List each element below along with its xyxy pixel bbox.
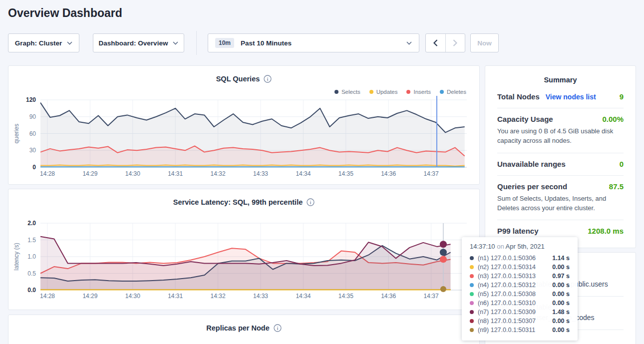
unavailable-ranges-label: Unavailable ranges <box>497 160 566 168</box>
time-range-picker[interactable]: 10m Past 10 Minutes <box>208 33 419 52</box>
svg-text:14:32: 14:32 <box>211 170 226 177</box>
time-nav-group <box>425 33 465 52</box>
sql-queries-title: SQL Queries <box>216 75 260 83</box>
page-title: Overview Dashboard <box>8 6 122 20</box>
summary-row-capacity: Capacity Usage 0.00% You are using 0 B o… <box>497 108 624 153</box>
svg-text:i: i <box>267 77 269 82</box>
node-color-dot <box>470 328 474 332</box>
svg-text:14:31: 14:31 <box>168 293 183 300</box>
unavailable-ranges-value: 0 <box>620 160 624 168</box>
svg-text:i: i <box>310 200 312 205</box>
dashboard-dropdown[interactable]: Dashboard: Overview <box>93 33 184 52</box>
node-color-dot <box>470 310 474 314</box>
tooltip-timestamp: 14:37:10 on Apr 5th, 2021 <box>470 243 570 250</box>
svg-text:14:35: 14:35 <box>338 170 353 177</box>
now-button[interactable]: Now <box>470 33 499 52</box>
tooltip-row: (n4) 127.0.0.1:503120.00 s <box>470 281 570 290</box>
tooltip-row: (n9) 127.0.0.1:503110.00 s <box>470 326 570 335</box>
svg-text:14:37: 14:37 <box>424 293 439 300</box>
svg-text:14:28: 14:28 <box>40 170 55 177</box>
svg-text:30: 30 <box>29 147 36 154</box>
dashboard-dropdown-label: Dashboard: Overview <box>99 39 168 47</box>
svg-text:1.0: 1.0 <box>27 253 36 260</box>
svg-text:14:29: 14:29 <box>82 170 97 177</box>
svg-text:14:33: 14:33 <box>253 293 268 300</box>
view-nodes-list-link[interactable]: View nodes list <box>546 93 596 101</box>
capacity-label: Capacity Usage <box>497 115 553 123</box>
graph-dropdown[interactable]: Graph: Cluster <box>8 33 79 52</box>
node-color-dot <box>470 292 474 296</box>
time-prev-button[interactable] <box>426 34 445 52</box>
summary-card: Summary Total Nodes View nodes list 9 Ca… <box>485 65 636 248</box>
svg-text:0.0: 0.0 <box>27 287 36 294</box>
svg-text:14:34: 14:34 <box>296 170 311 177</box>
svg-text:14:37: 14:37 <box>424 170 439 177</box>
legend-item-inserts[interactable]: Inserts <box>406 89 431 95</box>
info-icon[interactable]: i <box>274 324 282 332</box>
legend-dot <box>334 90 338 94</box>
legend-item-updates[interactable]: Updates <box>369 89 398 95</box>
svg-text:14:36: 14:36 <box>381 293 396 300</box>
summary-row-unavailable: Unavailable ranges 0 <box>497 153 624 176</box>
svg-text:60: 60 <box>29 130 36 137</box>
time-next-button[interactable] <box>445 34 465 52</box>
legend-item-selects[interactable]: Selects <box>334 89 360 95</box>
svg-text:0.5: 0.5 <box>27 270 36 277</box>
replicas-title: Replicas per Node <box>206 324 270 332</box>
node-color-dot <box>470 283 474 287</box>
chart-hover-tooltip: 14:37:10 on Apr 5th, 2021 (n1) 127.0.0.1… <box>462 237 578 341</box>
time-range-badge: 10m <box>215 38 234 48</box>
svg-text:14:30: 14:30 <box>125 293 140 300</box>
replicas-per-node-panel: Replicas per Node i <box>8 315 480 344</box>
qps-label: Queries per second <box>497 182 567 191</box>
tooltip-row: (n2) 127.0.0.1:503140.00 s <box>470 263 570 272</box>
node-color-dot <box>470 319 474 323</box>
chevron-left-icon <box>433 39 438 46</box>
service-latency-panel: Service Latency: SQL, 99th percentile i … <box>8 189 480 310</box>
svg-text:latency (s): latency (s) <box>13 243 20 270</box>
tooltip-row: (n7) 127.0.0.1:503091.48 s <box>470 308 570 317</box>
svg-text:queries: queries <box>13 124 20 143</box>
service-latency-title: Service Latency: SQL, 99th percentile <box>173 198 303 206</box>
svg-text:14:29: 14:29 <box>82 293 97 300</box>
svg-text:14:33: 14:33 <box>253 170 268 177</box>
chevron-right-icon <box>453 39 457 46</box>
chevron-down-icon <box>406 41 412 45</box>
svg-text:14:34: 14:34 <box>296 293 311 300</box>
tooltip-row: (n1) 127.0.0.1:503061.14 s <box>470 254 570 263</box>
node-color-dot <box>470 256 474 260</box>
node-color-dot <box>470 301 474 305</box>
info-icon[interactable]: i <box>307 198 315 206</box>
svg-text:0: 0 <box>32 164 36 171</box>
sql-chart-legend: SelectsUpdatesInsertsDeletes <box>334 89 466 95</box>
service-latency-chart[interactable]: 14:2814:2914:3014:3114:3214:3314:3414:35… <box>8 217 480 305</box>
svg-text:2.0: 2.0 <box>27 220 36 227</box>
info-icon[interactable]: i <box>264 75 272 83</box>
legend-dot <box>406 90 410 94</box>
summary-row-qps: Queries per second 87.5 Sum of Selects, … <box>497 176 624 221</box>
node-color-dot <box>470 274 474 278</box>
legend-item-deletes[interactable]: Deletes <box>440 89 466 95</box>
legend-dot <box>440 90 444 94</box>
svg-text:14:28: 14:28 <box>40 293 55 300</box>
sql-queries-chart[interactable]: 14:2814:2914:3014:3114:3214:3314:3414:35… <box>8 96 480 183</box>
tooltip-row: (n5) 127.0.0.1:503080.00 s <box>470 290 570 299</box>
summary-heading: Summary <box>485 66 636 86</box>
capacity-desc: You are using 0 B of 4.5 GiB usable disk… <box>497 127 624 146</box>
p99-latency-value: 1208.0 ms <box>588 227 624 235</box>
total-nodes-label: Total Nodes <box>497 92 540 101</box>
tooltip-row: (n8) 127.0.0.1:503070.00 s <box>470 317 570 326</box>
qps-value: 87.5 <box>609 182 624 191</box>
tooltip-node-list: (n1) 127.0.0.1:503061.14 s(n2) 127.0.0.1… <box>470 254 570 335</box>
capacity-value: 0.00% <box>602 115 624 123</box>
svg-text:90: 90 <box>29 113 36 120</box>
total-nodes-value: 9 <box>620 92 624 101</box>
chevron-down-icon <box>173 41 178 45</box>
svg-text:14:36: 14:36 <box>381 170 396 177</box>
svg-text:14:30: 14:30 <box>125 170 140 177</box>
svg-text:14:35: 14:35 <box>338 293 353 300</box>
svg-text:i: i <box>277 326 278 331</box>
time-range-label: Past 10 Minutes <box>241 39 292 47</box>
node-color-dot <box>470 265 474 269</box>
tooltip-row: (n6) 127.0.0.1:503100.00 s <box>470 299 570 308</box>
